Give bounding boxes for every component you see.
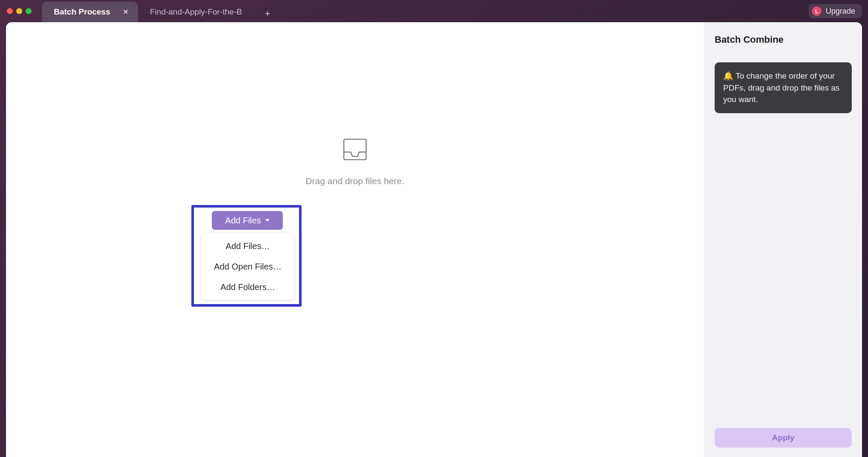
tab-batch-process[interactable]: Batch Process ✕ (42, 2, 138, 22)
window-zoom-button[interactable] (26, 8, 32, 14)
side-panel-title: Batch Combine (715, 34, 852, 45)
tab-strip: Batch Process ✕ Find-and-Apply-For-the-B… (42, 0, 276, 22)
window-minimize-button[interactable] (16, 8, 22, 14)
avatar: L (812, 6, 821, 16)
titlebar: Batch Process ✕ Find-and-Apply-For-the-B… (0, 0, 868, 22)
menu-add-files[interactable]: Add Files… (202, 236, 294, 256)
upgrade-label: Upgrade (826, 7, 855, 16)
tab-find-and-apply[interactable]: Find-and-Apply-For-the-B (138, 2, 251, 22)
drop-hint: Drag and drop files here. (305, 176, 404, 186)
caret-down-icon (265, 219, 270, 222)
drop-zone[interactable]: Drag and drop files here. (6, 138, 704, 186)
inbox-icon (343, 138, 367, 161)
bell-icon: 🔔 (723, 71, 733, 80)
avatar-letter: L (815, 8, 818, 15)
add-files-menu: Add Files… Add Open Files… Add Folders… (202, 233, 294, 300)
new-tab-button[interactable]: + (259, 5, 276, 22)
plus-icon: + (265, 8, 270, 19)
apply-label: Apply (772, 433, 795, 442)
add-files-button[interactable]: Add Files (212, 211, 283, 230)
tab-label: Batch Process (54, 7, 110, 17)
upgrade-button[interactable]: L Upgrade (809, 4, 862, 18)
tab-label: Find-and-Apply-For-the-B (150, 7, 242, 17)
tip-text: To change the order of your PDFs, drag a… (723, 71, 839, 104)
apply-button[interactable]: Apply (715, 428, 852, 448)
close-icon[interactable]: ✕ (123, 8, 129, 16)
menu-add-open-files[interactable]: Add Open Files… (202, 256, 294, 277)
main-area: Drag and drop files here. Add Files Add … (6, 22, 704, 457)
side-panel: Batch Combine 🔔 To change the order of y… (704, 22, 862, 457)
add-files-label: Add Files (225, 216, 261, 226)
window-controls (0, 8, 32, 14)
menu-add-folders[interactable]: Add Folders… (202, 277, 294, 297)
content-panel: Drag and drop files here. Add Files Add … (6, 22, 862, 457)
window-close-button[interactable] (7, 8, 13, 14)
tip-card: 🔔 To change the order of your PDFs, drag… (715, 62, 852, 113)
